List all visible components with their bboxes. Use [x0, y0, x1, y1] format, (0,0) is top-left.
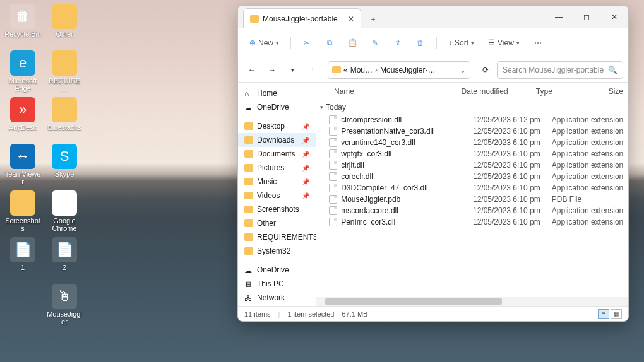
- toolbar: ⊕ New ▾ ✂ ⧉ 📋 ✎ ⇪ 🗑 ↕ Sort ▾ ☰ View ▾ ⋯: [238, 28, 628, 57]
- view-button[interactable]: ☰ View ▾: [483, 36, 525, 50]
- file-date: 12/05/2023 6:10 pm: [473, 138, 552, 147]
- icon-label: Microsoft Edge: [4, 77, 42, 92]
- new-button[interactable]: ⊕ New ▾: [244, 36, 284, 50]
- file-icon: [329, 184, 337, 192]
- nav-icon: ⌂: [244, 90, 253, 97]
- app-icon: 📄: [52, 237, 77, 262]
- up-button[interactable]: ↑: [304, 61, 321, 79]
- col-date[interactable]: Date modified: [456, 87, 531, 96]
- sidebar-item[interactable]: ⌂Home: [238, 86, 316, 100]
- icon-label: 1: [4, 264, 42, 271]
- desktop-icon[interactable]: Other: [45, 4, 83, 38]
- forward-button[interactable]: →: [263, 61, 281, 79]
- minimize-button[interactable]: ―: [545, 6, 573, 28]
- app-icon: [52, 97, 77, 122]
- desktop-icon[interactable]: Bluestacks: [45, 97, 83, 131]
- file-row[interactable]: mscordaccore.dll12/05/2023 6:10 pmApplic…: [316, 205, 628, 216]
- desktop-icon[interactable]: 📄2: [45, 237, 83, 271]
- desktop-icon[interactable]: SSkype: [45, 144, 83, 178]
- sidebar-item[interactable]: ☁OneDrive: [238, 263, 316, 277]
- file-row[interactable]: PenImc_cor3.dll12/05/2023 6:10 pmApplica…: [316, 216, 628, 228]
- desktop-icon[interactable]: 🖱MouseJiggler: [45, 284, 83, 325]
- share-button[interactable]: ⇪: [388, 36, 407, 50]
- desktop-icon[interactable]: REQUIRE…: [45, 50, 83, 92]
- desktop-icon[interactable]: ↔TeamViewer: [4, 144, 42, 185]
- tab-active[interactable]: MouseJiggler-portable ✕: [243, 8, 361, 28]
- delete-button[interactable]: 🗑: [411, 36, 430, 50]
- sidebar-item[interactable]: Pictures📌: [238, 161, 316, 175]
- desktop-icon[interactable]: Screenshots: [4, 190, 42, 232]
- desktop-icon[interactable]: ◉Google Chrome: [45, 190, 83, 232]
- sidebar-item[interactable]: Screenshots: [238, 202, 316, 216]
- sidebar-item[interactable]: Music📌: [238, 175, 316, 189]
- file-icon: [329, 115, 337, 124]
- file-type: Application extension: [552, 149, 628, 158]
- breadcrumb-segment[interactable]: Mou…: [350, 66, 373, 74]
- sidebar-item[interactable]: ☁OneDrive: [238, 100, 316, 114]
- close-tab-icon[interactable]: ✕: [348, 15, 354, 23]
- details-view-button[interactable]: ≡: [598, 309, 609, 319]
- icon-label: AnyDesk: [4, 124, 42, 131]
- paste-button[interactable]: 📋: [343, 36, 362, 50]
- desktop-icon[interactable]: eMicrosoft Edge: [4, 50, 42, 92]
- app-icon: S: [52, 144, 77, 169]
- file-row[interactable]: clrjit.dll12/05/2023 6:10 pmApplication …: [316, 160, 628, 171]
- sidebar-item[interactable]: 🖥This PC: [238, 277, 316, 291]
- app-icon: [52, 50, 77, 76]
- recent-button[interactable]: ▾: [283, 61, 301, 79]
- close-button[interactable]: ✕: [600, 6, 628, 28]
- col-size[interactable]: Size: [604, 87, 628, 96]
- file-row[interactable]: MouseJiggler.pdb12/05/2023 6:10 pmPDB Fi…: [316, 194, 628, 205]
- back-button[interactable]: ←: [243, 61, 261, 79]
- scrollbar-thumb[interactable]: [325, 298, 502, 305]
- sidebar-item[interactable]: Desktop📌: [238, 119, 316, 133]
- file-type: Application extension: [552, 206, 628, 215]
- new-tab-button[interactable]: ＋: [364, 9, 383, 28]
- search-input[interactable]: Search MouseJiggler-portable 🔍: [497, 61, 623, 79]
- explorer-window: MouseJiggler-portable ✕ ＋ ― ◻ ✕ ⊕ New ▾ …: [237, 5, 629, 322]
- sidebar-item[interactable]: System32: [238, 244, 316, 258]
- pin-icon: 📌: [302, 123, 309, 130]
- file-row[interactable]: clrcompression.dll12/05/2023 6:12 pmAppl…: [316, 114, 628, 126]
- col-type[interactable]: Type: [531, 87, 604, 96]
- desktop-icon[interactable]: »AnyDesk: [4, 97, 42, 131]
- file-icon: [329, 149, 337, 158]
- folder-icon: [244, 178, 253, 185]
- file-row[interactable]: wpfgfx_cor3.dll12/05/2023 6:10 pmApplica…: [316, 148, 628, 160]
- icons-view-button[interactable]: ▦: [611, 309, 622, 319]
- cut-button[interactable]: ✂: [297, 36, 316, 50]
- maximize-button[interactable]: ◻: [573, 6, 600, 28]
- pin-icon: 📌: [302, 165, 309, 172]
- file-type: Application extension: [552, 184, 628, 192]
- app-icon: [10, 190, 35, 216]
- sidebar-item[interactable]: REQUIREMENTS: [238, 230, 316, 244]
- desktop-icon[interactable]: 🗑Recycle Bin: [4, 4, 42, 38]
- sidebar-item[interactable]: Downloads📌: [238, 133, 316, 147]
- rename-button[interactable]: ✎: [366, 36, 385, 50]
- file-row[interactable]: D3DCompiler_47_cor3.dll12/05/2023 6:10 p…: [316, 182, 628, 194]
- horizontal-scrollbar[interactable]: [316, 297, 628, 306]
- more-button[interactable]: ⋯: [528, 36, 547, 50]
- sidebar-item[interactable]: Documents📌: [238, 147, 316, 161]
- copy-button[interactable]: ⧉: [320, 36, 339, 50]
- breadcrumb-segment[interactable]: MouseJiggler-…: [380, 66, 435, 74]
- file-type: Application extension: [552, 172, 628, 181]
- sidebar-item[interactable]: 🖧Network: [238, 291, 316, 305]
- chevron-down-icon[interactable]: ⌄: [460, 66, 466, 74]
- refresh-button[interactable]: ⟳: [477, 61, 494, 79]
- desktop-icon[interactable]: 📄1: [4, 237, 42, 271]
- status-size: 67.1 MB: [342, 310, 367, 318]
- sidebar-item-label: System32: [257, 247, 290, 255]
- sort-button[interactable]: ↕ Sort ▾: [443, 36, 479, 50]
- file-row[interactable]: coreclr.dll12/05/2023 6:10 pmApplication…: [316, 171, 628, 182]
- col-name[interactable]: Name: [329, 87, 456, 96]
- group-header[interactable]: ▾ Today: [316, 100, 628, 114]
- file-row[interactable]: vcruntime140_cor3.dll12/05/2023 6:10 pmA…: [316, 137, 628, 148]
- sidebar-item[interactable]: Videos📌: [238, 189, 316, 202]
- sidebar-item[interactable]: Other: [238, 216, 316, 230]
- address-bar[interactable]: « Mou… › MouseJiggler-… ⌄: [328, 61, 470, 79]
- sidebar-item-label: Downloads: [257, 136, 294, 144]
- file-row[interactable]: PresentationNative_cor3.dll12/05/2023 6:…: [316, 126, 628, 137]
- nav-row: ← → ▾ ↑ « Mou… › MouseJiggler-… ⌄ ⟳ Sear…: [238, 57, 628, 83]
- app-icon: e: [10, 50, 35, 76]
